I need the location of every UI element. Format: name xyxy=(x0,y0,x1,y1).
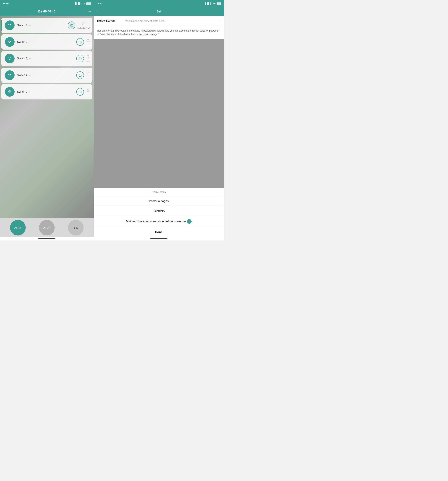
relay-status-row[interactable]: Relay Status Maintain the equipment stat… xyxy=(94,16,224,26)
timer-text-2: --:-- xyxy=(86,44,90,45)
switch-item-2: Switch 2 ✏ xyxy=(1,34,92,50)
left-back-button[interactable]: ‹ xyxy=(3,9,4,14)
power-button-4[interactable] xyxy=(76,71,84,79)
svg-point-5 xyxy=(10,41,11,42)
svg-point-12 xyxy=(8,74,9,75)
all-off-button[interactable]: All Off xyxy=(39,220,55,235)
switch-info-3: Switch 3 ✏ xyxy=(17,57,76,60)
timer-area-2[interactable]: --:-- xyxy=(86,38,90,45)
relay-status-chevron: › xyxy=(220,19,220,22)
gray-filler xyxy=(94,39,224,188)
switch-edit-icon-2[interactable]: ✏ xyxy=(29,41,31,43)
switch-controls-1: Switch 19:30 Off xyxy=(68,22,90,29)
switch-icon-1 xyxy=(5,21,15,30)
power-button-7[interactable] xyxy=(76,88,84,96)
switch-info-2: Switch 2 ✏ xyxy=(17,40,76,44)
clock-icon-2 xyxy=(86,38,90,42)
timer-area-1[interactable]: Switch 19:30 Off xyxy=(77,22,90,29)
sheet-option-label-2: Maintain the equipment state before powe… xyxy=(126,220,186,223)
svg-point-16 xyxy=(8,91,9,92)
right-content: Relay Status Maintain the equipment stat… xyxy=(94,16,224,188)
set-button[interactable]: Set xyxy=(68,220,84,235)
timer-icon-3 xyxy=(86,55,90,60)
power-button-3[interactable] xyxy=(76,55,84,62)
switch-name-2: Switch 2 xyxy=(17,40,27,44)
sheet-option-label-1: Electricity xyxy=(152,209,165,213)
power-button-2[interactable] xyxy=(76,38,84,46)
all-on-button[interactable]: All On xyxy=(10,220,26,235)
sheet-done-button[interactable]: Done xyxy=(94,227,224,237)
bottom-action-bar: All On All Off Set xyxy=(0,218,94,237)
switch-info-4: Switch 4 ✏ xyxy=(17,74,76,77)
timer-icon-4 xyxy=(86,72,90,76)
svg-point-1 xyxy=(10,24,11,25)
power-icon-7 xyxy=(78,90,82,94)
switch-icon-2 xyxy=(5,37,15,47)
left-time: 18:59 xyxy=(3,2,8,5)
switch-list: Switch 1 ✏ xyxy=(0,16,94,101)
svg-point-9 xyxy=(10,58,11,58)
right-nav-bar: ‹ Set xyxy=(94,7,224,16)
left-nav-bar: ‹ Bể 60 40 40 ✏ xyxy=(0,7,94,16)
timer-icon-1 xyxy=(82,22,86,27)
switch-icon-7 xyxy=(5,87,15,97)
left-edit-button[interactable]: ✏ xyxy=(89,10,91,13)
svg-rect-2 xyxy=(9,26,10,26)
switch-edit-icon-4[interactable]: ✏ xyxy=(29,74,31,77)
right-status-bar: 18:59 ▌▌▌▌ LTE ▓▓▓ xyxy=(94,0,224,7)
timer-area-3[interactable]: --:-- xyxy=(86,55,90,62)
left-home-indicator xyxy=(0,237,94,240)
left-home-bar xyxy=(38,238,55,239)
left-status-right: ▌▌▌▌ LTE ▓▓▓ xyxy=(75,2,91,5)
svg-rect-6 xyxy=(9,42,10,43)
right-home-bar xyxy=(150,238,167,239)
switch-name-7: Switch 7 xyxy=(17,90,27,93)
switch-edit-icon-7[interactable]: ✏ xyxy=(29,91,31,93)
switch-edit-icon-1[interactable]: ✏ xyxy=(29,24,31,27)
right-status-right: ▌▌▌▌ LTE ▓▓▓ xyxy=(205,2,221,5)
right-time: 18:59 xyxy=(96,2,102,5)
sheet-option-power-outages[interactable]: Power outages xyxy=(94,196,224,206)
power-icon-2 xyxy=(78,40,82,44)
timer-icon-7 xyxy=(86,88,90,93)
background-overlay: Switch 1 ✏ xyxy=(0,16,94,218)
timer-icon-2 xyxy=(86,38,90,43)
clock-icon-4 xyxy=(86,72,90,76)
svg-rect-10 xyxy=(9,59,10,60)
right-panel: 18:59 ▌▌▌▌ LTE ▓▓▓ ‹ Set Relay Status Ma… xyxy=(94,0,224,240)
relay-status-label: Relay Status xyxy=(97,19,125,23)
clock-icon-3 xyxy=(86,55,90,59)
relay-status-value: Maintain the equipment state befo... xyxy=(125,19,220,22)
left-page-title: Bể 60 40 40 xyxy=(38,9,55,13)
switch-item-1: Switch 1 ✏ xyxy=(1,18,92,33)
sheet-section-title: Relay Status xyxy=(94,188,224,196)
timer-text-1: Switch 19:30 Off xyxy=(77,27,90,29)
switch-name-3: Switch 3 xyxy=(17,57,27,60)
timer-area-4[interactable]: --:-- xyxy=(86,72,90,79)
svg-point-13 xyxy=(10,74,11,75)
switch-controls-3: --:-- xyxy=(76,55,90,62)
clock-icon-7 xyxy=(86,88,90,92)
power-icon-1 xyxy=(70,23,74,27)
switch-item-4: Switch 4 ✏ xyxy=(1,68,92,83)
switch-name-4: Switch 4 xyxy=(17,74,27,77)
left-bar-1 xyxy=(1,20,2,31)
left-panel: 18:59 ▌▌▌▌ LTE ▓▓▓ ‹ Bể 60 40 40 ✏ xyxy=(0,0,94,240)
clock-icon-1 xyxy=(82,22,86,26)
right-back-button[interactable]: ‹ xyxy=(96,9,98,14)
switch-controls-7: --:-- xyxy=(76,88,90,96)
timer-area-7[interactable]: --:-- xyxy=(86,88,90,96)
sheet-option-electricity[interactable]: Electricity xyxy=(94,206,224,216)
switch-icon-3 xyxy=(5,54,15,63)
left-battery: ▓▓▓ xyxy=(86,2,91,5)
sheet-option-maintain[interactable]: Maintain the equipment state before powe… xyxy=(94,216,224,227)
outlet-icon-4 xyxy=(7,72,13,78)
right-page-title: Set xyxy=(156,10,161,13)
switch-edit-icon-3[interactable]: ✏ xyxy=(29,57,31,60)
right-home-indicator xyxy=(94,237,224,240)
switch-info-1: Switch 1 ✏ xyxy=(17,24,68,27)
timer-text-4: --:-- xyxy=(86,77,90,79)
switch-item-7: Switch 7 ✏ xyxy=(1,84,92,99)
power-button-1[interactable] xyxy=(68,22,76,29)
bottom-sheet: Relay Status Power outages Electricity M… xyxy=(94,188,224,237)
